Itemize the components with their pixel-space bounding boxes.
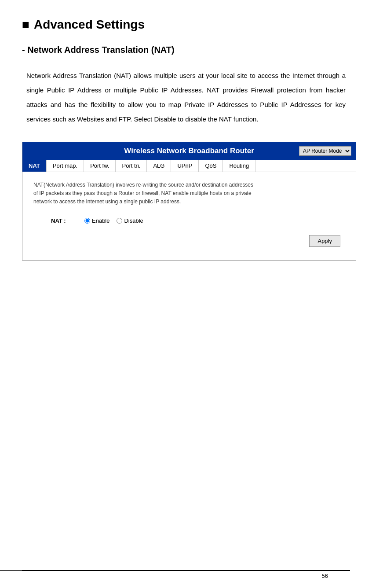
tab-routing[interactable]: Routing [223,160,255,172]
nat-description-text: NAT(Network Address Translation) involve… [33,181,345,206]
nat-enable-label: Enable [92,217,109,224]
router-nav: NAT Port map. Port fw. Port tri. ALG UPn… [22,160,356,172]
nat-disable-label: Disable [124,217,143,224]
apply-button[interactable]: Apply [309,235,340,247]
tab-nat[interactable]: NAT [22,160,47,172]
router-body: NAT(Network Address Translation) involve… [22,172,356,260]
router-header-title: Wireless Network Broadband Router [124,147,254,155]
tab-portmap[interactable]: Port map. [47,160,84,172]
nat-disable-radio[interactable] [117,218,122,224]
tab-portfw[interactable]: Port fw. [84,160,116,172]
nat-disable-option[interactable]: Disable [117,217,143,224]
apply-row: Apply [33,235,345,247]
tab-porttri[interactable]: Port tri. [116,160,147,172]
router-mode-select[interactable]: AP Router Mode AP Bridge Mode [299,146,351,156]
tab-upnp[interactable]: UPnP [171,160,199,172]
page-title: ■ Advanced Settings [22,18,350,32]
page-number: 56 [322,573,328,579]
router-ui-box: Wireless Network Broadband Router AP Rou… [22,142,356,261]
nat-enable-option[interactable]: Enable [84,217,109,224]
title-square-icon: ■ [22,18,29,32]
nat-enable-radio[interactable] [84,218,90,224]
nat-label: NAT : [51,217,77,224]
nat-control-row: NAT : Enable Disable [33,217,345,224]
page-footer: 56 [0,570,350,579]
router-header: Wireless Network Broadband Router AP Rou… [22,142,356,160]
tab-qos[interactable]: QoS [199,160,223,172]
tab-alg[interactable]: ALG [147,160,171,172]
title-text: Advanced Settings [34,18,145,32]
nat-radio-group: Enable Disable [84,217,143,224]
section-heading: - Network Address Translation (NAT) [22,45,350,55]
description-text: Network Address Translation (NAT) allows… [22,68,350,126]
